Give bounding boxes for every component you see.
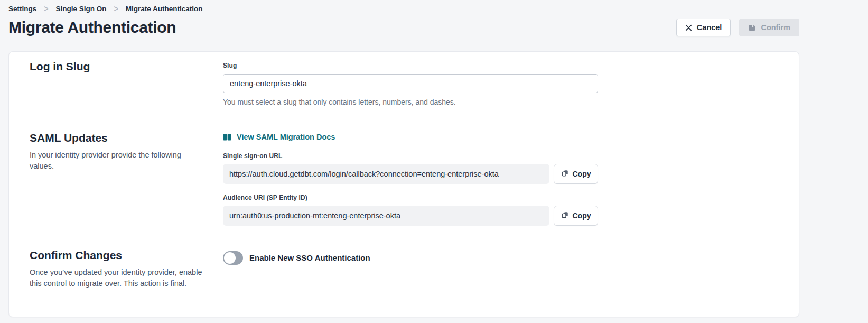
copy-icon [561, 169, 569, 179]
saml-updates-description: In your identity provider provide the fo… [30, 150, 207, 172]
confirm-button-label: Confirm [761, 23, 790, 32]
login-slug-section: Log in Slug Slug You must select a slug … [30, 60, 799, 106]
cancel-button-label: Cancel [697, 23, 722, 32]
slug-helper-text: You must select a slug that only contain… [223, 98, 598, 106]
audience-uri-label: Audience URI (SP Entity ID) [223, 194, 598, 201]
docs-link-label: View SAML Migration Docs [237, 133, 335, 141]
saml-updates-heading: SAML Updates [30, 132, 207, 144]
copy-icon [561, 211, 569, 220]
copy-sso-url-button[interactable]: Copy [554, 164, 598, 184]
copy-button-label: Copy [573, 170, 591, 178]
save-icon [748, 24, 756, 32]
cancel-button[interactable]: Cancel [676, 19, 731, 36]
saml-updates-section: SAML Updates In your identity provider p… [30, 132, 799, 226]
enable-sso-toggle-label: Enable New SSO Authentication [249, 253, 370, 262]
chevron-right-icon: > [44, 4, 48, 13]
confirm-button[interactable]: Confirm [739, 19, 799, 36]
page-title: Migrate Authentication [8, 19, 176, 36]
chevron-right-icon: > [114, 4, 118, 13]
breadcrumb-migrate-authentication: Migrate Authentication [126, 5, 203, 13]
toggle-knob [224, 252, 236, 264]
x-icon [685, 24, 692, 31]
copy-button-label: Copy [573, 211, 591, 220]
page-header: Migrate Authentication Cancel Confirm [8, 19, 799, 36]
view-saml-migration-docs-link[interactable]: View SAML Migration Docs [223, 133, 335, 141]
confirm-changes-description: Once you’ve updated your identity provid… [30, 267, 207, 289]
login-slug-heading: Log in Slug [30, 60, 207, 73]
confirm-changes-section: Confirm Changes Once you’ve updated your… [30, 249, 799, 289]
sso-url-group: Single sign-on URL https://auth.cloud.ge… [223, 152, 598, 184]
breadcrumb: Settings > Single Sign On > Migrate Auth… [8, 4, 799, 13]
enable-sso-toggle[interactable] [223, 251, 243, 265]
slug-label: Slug [223, 62, 237, 69]
header-actions: Cancel Confirm [676, 19, 799, 36]
breadcrumb-settings[interactable]: Settings [8, 5, 36, 13]
audience-uri-group: Audience URI (SP Entity ID) urn:auth0:us… [223, 194, 598, 226]
sso-url-value: https://auth.cloud.getdbt.com/login/call… [223, 164, 549, 184]
audience-uri-value: urn:auth0:us-production-mt:enteng-enterp… [223, 206, 549, 226]
page-container: Settings > Single Sign On > Migrate Auth… [8, 0, 799, 317]
open-book-icon [223, 133, 231, 141]
confirm-changes-heading: Confirm Changes [30, 249, 207, 262]
settings-card: Log in Slug Slug You must select a slug … [8, 51, 799, 317]
breadcrumb-single-sign-on[interactable]: Single Sign On [55, 5, 106, 13]
sso-url-label: Single sign-on URL [223, 152, 598, 160]
copy-audience-uri-button[interactable]: Copy [554, 206, 598, 226]
slug-input[interactable] [223, 74, 598, 93]
